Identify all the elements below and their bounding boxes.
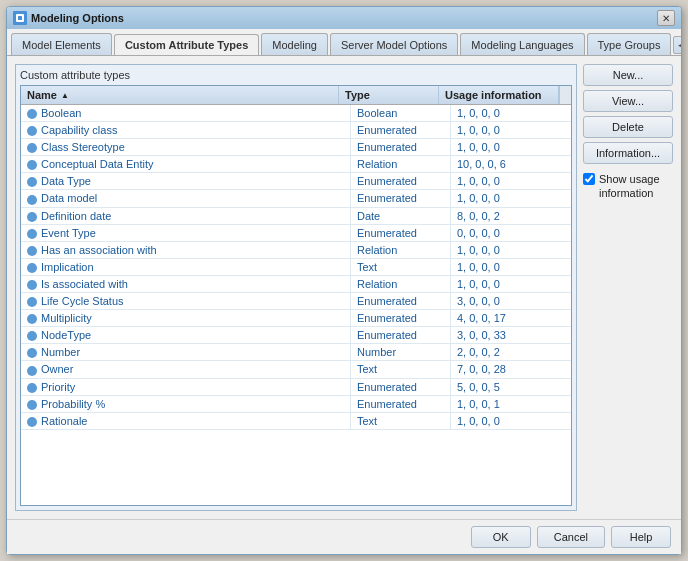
table-row[interactable]: Capability classEnumerated1, 0, 0, 0 <box>21 122 571 139</box>
cell-type: Enumerated <box>351 173 451 189</box>
col-header-type[interactable]: Type <box>339 86 439 104</box>
table-row[interactable]: Definition dateDate8, 0, 0, 2 <box>21 208 571 225</box>
cell-usage: 1, 0, 0, 0 <box>451 139 571 155</box>
row-icon <box>27 109 37 119</box>
title-bar: Modeling Options ✕ <box>7 7 681 29</box>
ok-button[interactable]: OK <box>471 526 531 548</box>
table-header: Name ▲ Type Usage information <box>21 86 571 105</box>
row-icon <box>27 331 37 341</box>
table-row[interactable]: Conceptual Data EntityRelation10, 0, 0, … <box>21 156 571 173</box>
svg-rect-1 <box>18 16 22 20</box>
show-usage-label: Show usage information <box>599 172 673 201</box>
table-body[interactable]: BooleanBoolean1, 0, 0, 0Capability class… <box>21 105 571 505</box>
row-icon <box>27 348 37 358</box>
view-button[interactable]: View... <box>583 90 673 112</box>
cell-type: Relation <box>351 276 451 292</box>
cell-name: Boolean <box>21 105 351 121</box>
row-icon <box>27 263 37 273</box>
table-row[interactable]: NumberNumber2, 0, 0, 2 <box>21 344 571 361</box>
row-icon <box>27 160 37 170</box>
cell-type: Relation <box>351 156 451 172</box>
table-row[interactable]: Event TypeEnumerated0, 0, 0, 0 <box>21 225 571 242</box>
row-icon <box>27 400 37 410</box>
table-row[interactable]: Is associated withRelation1, 0, 0, 0 <box>21 276 571 293</box>
cell-type: Enumerated <box>351 379 451 395</box>
row-icon <box>27 280 37 290</box>
content-area: Custom attribute types Name ▲ Type Usage… <box>7 55 681 519</box>
tab-server-model-options[interactable]: Server Model Options <box>330 33 458 55</box>
cell-usage: 10, 0, 0, 6 <box>451 156 571 172</box>
cell-usage: 3, 0, 0, 0 <box>451 293 571 309</box>
information-button[interactable]: Information... <box>583 142 673 164</box>
cell-usage: 1, 0, 0, 0 <box>451 122 571 138</box>
cell-usage: 1, 0, 0, 0 <box>451 276 571 292</box>
tab-custom-attribute-types[interactable]: Custom Attribute Types <box>114 34 259 55</box>
cell-type: Text <box>351 413 451 429</box>
cell-type: Boolean <box>351 105 451 121</box>
table-row[interactable]: Class StereotypeEnumerated1, 0, 0, 0 <box>21 139 571 156</box>
cell-name: Data model <box>21 190 351 206</box>
cell-type: Enumerated <box>351 122 451 138</box>
table-row[interactable]: NodeTypeEnumerated3, 0, 0, 33 <box>21 327 571 344</box>
cell-name: Life Cycle Status <box>21 293 351 309</box>
row-icon <box>27 212 37 222</box>
cell-usage: 1, 0, 0, 0 <box>451 413 571 429</box>
tab-type-groups[interactable]: Type Groups <box>587 33 672 55</box>
table-row[interactable]: Has an association withRelation1, 0, 0, … <box>21 242 571 259</box>
row-icon <box>27 246 37 256</box>
attribute-table: Name ▲ Type Usage information BooleanBoo… <box>20 85 572 506</box>
close-button[interactable]: ✕ <box>657 10 675 26</box>
cell-type: Text <box>351 259 451 275</box>
table-row[interactable]: BooleanBoolean1, 0, 0, 0 <box>21 105 571 122</box>
cell-name: Rationale <box>21 413 351 429</box>
cell-name: NodeType <box>21 327 351 343</box>
tab-nav-arrows: ◀ ▶ <box>673 36 681 55</box>
table-row[interactable]: Life Cycle StatusEnumerated3, 0, 0, 0 <box>21 293 571 310</box>
sort-asc-icon: ▲ <box>61 91 69 100</box>
new-button[interactable]: New... <box>583 64 673 86</box>
row-icon <box>27 417 37 427</box>
col-header-usage[interactable]: Usage information <box>439 86 559 104</box>
cell-usage: 1, 0, 0, 0 <box>451 173 571 189</box>
table-row[interactable]: PriorityEnumerated5, 0, 0, 5 <box>21 379 571 396</box>
cell-type: Enumerated <box>351 293 451 309</box>
cell-usage: 1, 0, 0, 0 <box>451 242 571 258</box>
cell-name: Has an association with <box>21 242 351 258</box>
delete-button[interactable]: Delete <box>583 116 673 138</box>
table-row[interactable]: RationaleText1, 0, 0, 0 <box>21 413 571 430</box>
show-usage-checkbox[interactable] <box>583 173 595 185</box>
table-row[interactable]: Data modelEnumerated1, 0, 0, 0 <box>21 190 571 207</box>
cell-name: Implication <box>21 259 351 275</box>
cell-usage: 1, 0, 0, 0 <box>451 190 571 206</box>
main-window: Modeling Options ✕ Model Elements Custom… <box>6 6 682 555</box>
cell-type: Enumerated <box>351 225 451 241</box>
cell-name: Probability % <box>21 396 351 412</box>
cancel-button[interactable]: Cancel <box>537 526 605 548</box>
table-row[interactable]: OwnerText7, 0, 0, 28 <box>21 361 571 378</box>
cell-name: Capability class <box>21 122 351 138</box>
cell-name: Multiplicity <box>21 310 351 326</box>
cell-name: Priority <box>21 379 351 395</box>
cell-usage: 2, 0, 0, 2 <box>451 344 571 360</box>
cell-type: Enumerated <box>351 396 451 412</box>
table-row[interactable]: ImplicationText1, 0, 0, 0 <box>21 259 571 276</box>
help-button[interactable]: Help <box>611 526 671 548</box>
main-panel: Custom attribute types Name ▲ Type Usage… <box>15 64 577 511</box>
tab-model-elements[interactable]: Model Elements <box>11 33 112 55</box>
cell-type: Enumerated <box>351 327 451 343</box>
tab-modeling[interactable]: Modeling <box>261 33 328 55</box>
cell-usage: 1, 0, 0, 0 <box>451 105 571 121</box>
cell-type: Relation <box>351 242 451 258</box>
table-row[interactable]: Data TypeEnumerated1, 0, 0, 0 <box>21 173 571 190</box>
show-usage-area: Show usage information <box>583 172 673 201</box>
col-header-name[interactable]: Name ▲ <box>21 86 339 104</box>
cell-name: Owner <box>21 361 351 377</box>
tab-prev-arrow[interactable]: ◀ <box>673 36 681 54</box>
window-title: Modeling Options <box>31 12 124 24</box>
table-row[interactable]: MultiplicityEnumerated4, 0, 0, 17 <box>21 310 571 327</box>
tab-modeling-languages[interactable]: Modeling Languages <box>460 33 584 55</box>
table-row[interactable]: Probability %Enumerated1, 0, 0, 1 <box>21 396 571 413</box>
cell-name: Conceptual Data Entity <box>21 156 351 172</box>
cell-usage: 7, 0, 0, 28 <box>451 361 571 377</box>
right-panel: New... View... Delete Information... Sho… <box>583 64 673 511</box>
